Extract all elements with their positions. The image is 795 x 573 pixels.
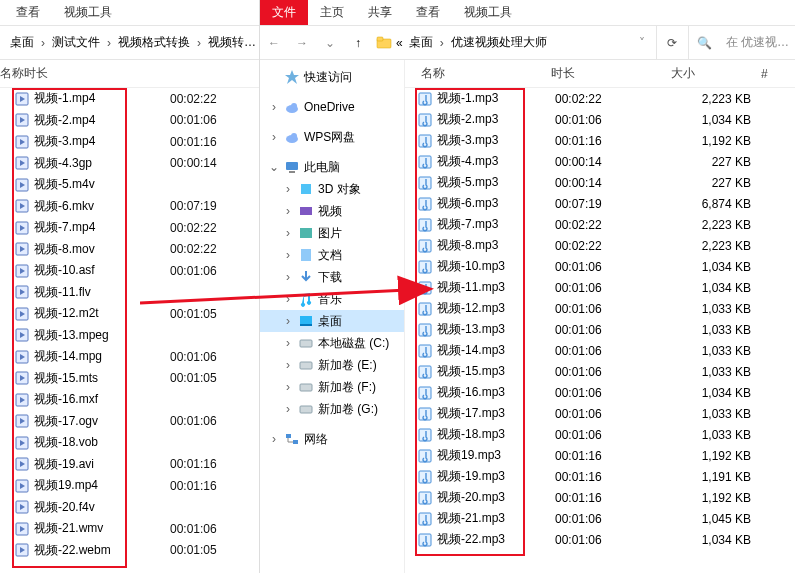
tree-item-drive[interactable]: ›新加卷 (G:) [260, 398, 404, 420]
tree-item-drive[interactable]: ›本地磁盘 (C:) [260, 332, 404, 354]
tab-view[interactable]: 查看 [4, 0, 52, 25]
file-row[interactable]: 视频-8.mov00:02:22 [0, 239, 259, 261]
file-row[interactable]: 视频-20.mp300:01:161,192 KB [405, 487, 795, 508]
tab-share[interactable]: 共享 [356, 0, 404, 25]
tree-item-cloud[interactable]: ›WPS网盘 [260, 126, 404, 148]
file-row[interactable]: 视频-19.avi00:01:16 [0, 454, 259, 476]
tree-twisty-icon[interactable]: › [282, 358, 294, 372]
file-row[interactable]: 视频-17.mp300:01:061,033 KB [405, 403, 795, 424]
file-row[interactable]: 视频-10.mp300:01:061,034 KB [405, 256, 795, 277]
nav-up-button[interactable]: ↑ [344, 29, 372, 57]
tree-twisty-icon[interactable]: › [282, 402, 294, 416]
tab-file[interactable]: 文件 [260, 0, 308, 25]
file-row[interactable]: 视频-11.mp300:01:061,034 KB [405, 277, 795, 298]
file-row[interactable]: 视频-21.mp300:01:061,045 KB [405, 508, 795, 529]
file-row[interactable]: 视频-4.mp300:00:14227 KB [405, 151, 795, 172]
address-dropdown[interactable]: ˅ [628, 29, 656, 57]
tree-item-video[interactable]: ›视频 [260, 200, 404, 222]
breadcrumb-segment[interactable]: 视频格式转换 [116, 32, 192, 53]
tree-item-doc[interactable]: ›文档 [260, 244, 404, 266]
file-row[interactable]: 视频-13.mp300:01:061,033 KB [405, 319, 795, 340]
tab-video-tools[interactable]: 视频工具 [452, 0, 524, 25]
file-row[interactable]: 视频19.mp400:01:16 [0, 475, 259, 497]
file-row[interactable]: 视频-15.mts00:01:05 [0, 368, 259, 390]
search-input[interactable]: 在 优速视… [720, 34, 795, 51]
tree-twisty-icon[interactable]: › [282, 248, 294, 262]
tree-twisty-icon[interactable]: › [268, 432, 280, 446]
file-row[interactable]: 视频-15.mp300:01:061,033 KB [405, 361, 795, 382]
tree-item-desk[interactable]: ›桌面 [260, 310, 404, 332]
tree-item-music[interactable]: ›音乐 [260, 288, 404, 310]
tree-twisty-icon[interactable]: › [282, 292, 294, 306]
tree-item-pc[interactable]: ⌄此电脑 [260, 156, 404, 178]
file-row[interactable]: 视频-14.mp300:01:061,033 KB [405, 340, 795, 361]
file-row[interactable]: 视频-5.m4v [0, 174, 259, 196]
file-row[interactable]: 视频-3.mp400:01:16 [0, 131, 259, 153]
file-row[interactable]: 视频19.mp300:01:161,192 KB [405, 445, 795, 466]
tree-twisty-icon[interactable]: ⌄ [268, 160, 280, 174]
col-hash[interactable]: # [761, 67, 795, 81]
file-row[interactable]: 视频-20.f4v [0, 497, 259, 519]
file-row[interactable]: 视频-6.mp300:07:196,874 KB [405, 193, 795, 214]
refresh-button[interactable]: ⟳ [656, 26, 688, 59]
file-row[interactable]: 视频-2.mp300:01:061,034 KB [405, 109, 795, 130]
tree-twisty-icon[interactable]: › [282, 314, 294, 328]
file-row[interactable]: 视频-17.ogv00:01:06 [0, 411, 259, 433]
tree-twisty-icon[interactable]: › [282, 336, 294, 350]
col-name[interactable]: 名称 [0, 65, 24, 82]
col-size[interactable]: 大小 [671, 65, 761, 82]
tree-item-star[interactable]: 快速访问 [260, 66, 404, 88]
file-row[interactable]: 视频-19.mp300:01:161,191 KB [405, 466, 795, 487]
file-row[interactable]: 视频-7.mp300:02:222,223 KB [405, 214, 795, 235]
tree-twisty-icon[interactable]: › [282, 204, 294, 218]
file-row[interactable]: 视频-12.mp300:01:061,033 KB [405, 298, 795, 319]
file-row[interactable]: 视频-7.mp400:02:22 [0, 217, 259, 239]
file-row[interactable]: 视频-12.m2t00:01:05 [0, 303, 259, 325]
breadcrumb-segment[interactable]: 测试文件 [50, 32, 102, 53]
left-breadcrumb[interactable]: 桌面›测试文件›视频格式转换›视频转… [4, 32, 259, 53]
breadcrumb-segment[interactable]: 桌面 [407, 32, 435, 53]
tab-home[interactable]: 主页 [308, 0, 356, 25]
file-row[interactable]: 视频-16.mxf [0, 389, 259, 411]
nav-forward-button[interactable]: → [288, 29, 316, 57]
breadcrumb-segment[interactable]: 桌面 [8, 32, 36, 53]
file-row[interactable]: 视频-6.mkv00:07:19 [0, 196, 259, 218]
col-duration[interactable]: 时长 [551, 65, 671, 82]
file-row[interactable]: 视频-22.mp300:01:061,034 KB [405, 529, 795, 550]
file-row[interactable]: 视频-8.mp300:02:222,223 KB [405, 235, 795, 256]
right-breadcrumb[interactable]: «桌面›优速视频处理大师 [372, 32, 628, 53]
tree-item-drive[interactable]: ›新加卷 (F:) [260, 376, 404, 398]
breadcrumb-segment[interactable]: 视频转… [206, 32, 258, 53]
tree-twisty-icon[interactable]: › [282, 270, 294, 284]
tab-video-tools[interactable]: 视频工具 [52, 0, 124, 25]
tree-item-cloud[interactable]: ›OneDrive [260, 96, 404, 118]
file-row[interactable]: 视频-1.mp400:02:22 [0, 88, 259, 110]
file-row[interactable]: 视频-18.mp300:01:061,033 KB [405, 424, 795, 445]
col-duration[interactable]: 时长 [24, 65, 48, 82]
tab-view[interactable]: 查看 [404, 0, 452, 25]
file-row[interactable]: 视频-3.mp300:01:161,192 KB [405, 130, 795, 151]
col-name[interactable]: 名称 [411, 65, 551, 82]
tree-item-down[interactable]: ›下载 [260, 266, 404, 288]
tree-twisty-icon[interactable]: › [268, 130, 280, 144]
file-row[interactable]: 视频-4.3gp00:00:14 [0, 153, 259, 175]
breadcrumb-segment[interactable]: 优速视频处理大师 [449, 32, 549, 53]
tree-item-drive[interactable]: ›新加卷 (E:) [260, 354, 404, 376]
tree-twisty-icon[interactable]: › [268, 100, 280, 114]
tree-item-net[interactable]: ›网络 [260, 428, 404, 450]
nav-recent-button[interactable]: ⌄ [316, 29, 344, 57]
file-row[interactable]: 视频-2.mp400:01:06 [0, 110, 259, 132]
file-row[interactable]: 视频-21.wmv00:01:06 [0, 518, 259, 540]
breadcrumb-prefix[interactable]: « [394, 34, 405, 52]
file-row[interactable]: 视频-10.asf00:01:06 [0, 260, 259, 282]
file-row[interactable]: 视频-13.mpeg [0, 325, 259, 347]
file-row[interactable]: 视频-5.mp300:00:14227 KB [405, 172, 795, 193]
file-row[interactable]: 视频-16.mp300:01:061,034 KB [405, 382, 795, 403]
file-row[interactable]: 视频-14.mpg00:01:06 [0, 346, 259, 368]
tree-twisty-icon[interactable]: › [282, 226, 294, 240]
file-row[interactable]: 视频-22.webm00:01:05 [0, 540, 259, 562]
file-row[interactable]: 视频-11.flv [0, 282, 259, 304]
tree-item-obj3d[interactable]: ›3D 对象 [260, 178, 404, 200]
file-row[interactable]: 视频-18.vob [0, 432, 259, 454]
file-row[interactable]: 视频-1.mp300:02:222,223 KB [405, 88, 795, 109]
